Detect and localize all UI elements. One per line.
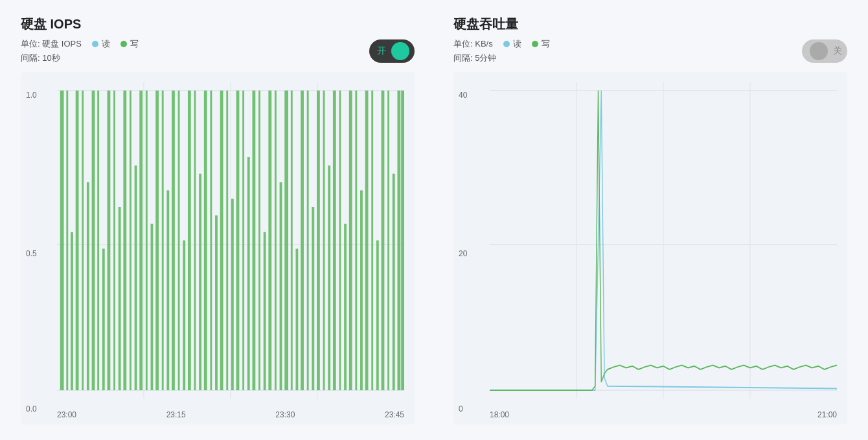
svg-rect-67 — [387, 91, 389, 390]
iops-unit-label: 单位: 硬盘 IOPS — [21, 38, 82, 50]
svg-rect-22 — [146, 91, 148, 390]
iops-y-label-1: 1.0 — [26, 91, 37, 100]
svg-rect-36 — [220, 91, 223, 390]
throughput-toggle-label: 关 — [833, 45, 842, 57]
main-container: 硬盘 IOPS 单位: 硬盘 IOPS 读 写 — [0, 0, 868, 440]
throughput-toggle-knob — [810, 42, 828, 60]
svg-rect-21 — [139, 91, 143, 390]
iops-y-label-3: 0.0 — [26, 404, 37, 413]
svg-rect-44 — [264, 232, 266, 391]
iops-x-label-1: 23:00 — [57, 410, 76, 419]
svg-rect-38 — [231, 199, 234, 390]
iops-write-dot — [120, 41, 127, 47]
svg-rect-10 — [82, 91, 84, 390]
throughput-panel: 硬盘吞吐量 单位: KB/s 读 写 — [453, 16, 847, 424]
iops-x-label-2: 23:15 — [166, 410, 186, 419]
iops-meta-left: 单位: 硬盘 IOPS 读 写 间隔: 10秒 — [21, 38, 139, 64]
iops-title: 硬盘 IOPS — [21, 16, 415, 33]
iops-x-labels: 23:00 23:15 23:30 23:45 — [57, 410, 404, 419]
svg-rect-9 — [76, 91, 79, 390]
throughput-interval-line: 间隔: 5分钟 — [453, 52, 550, 64]
throughput-x-label-2: 21:00 — [817, 410, 837, 419]
iops-toggle[interactable]: 开 — [369, 39, 415, 63]
iops-read-label: 读 — [102, 38, 110, 50]
svg-rect-59 — [344, 224, 347, 390]
iops-unit-line: 单位: 硬盘 IOPS 读 写 — [21, 38, 139, 50]
svg-rect-32 — [199, 174, 201, 391]
throughput-read-label: 读 — [513, 38, 521, 50]
iops-x-label-4: 23:45 — [385, 410, 404, 419]
throughput-write-dot — [532, 41, 538, 47]
throughput-interval-label: 间隔: 5分钟 — [453, 52, 496, 64]
svg-rect-17 — [119, 207, 121, 390]
iops-panel-header: 硬盘 IOPS 单位: 硬盘 IOPS 读 写 — [21, 16, 415, 64]
throughput-write-label: 写 — [542, 38, 550, 50]
svg-rect-66 — [382, 91, 385, 390]
svg-rect-69 — [397, 91, 400, 390]
svg-rect-11 — [87, 182, 89, 390]
svg-rect-52 — [307, 91, 309, 390]
throughput-title: 硬盘吞吐量 — [453, 16, 847, 33]
iops-interval-label: 间隔: 10秒 — [21, 52, 60, 64]
svg-rect-42 — [253, 91, 256, 390]
svg-rect-35 — [215, 215, 218, 390]
svg-rect-41 — [247, 157, 250, 390]
iops-interval-line: 间隔: 10秒 — [21, 52, 139, 64]
iops-meta-row: 单位: 硬盘 IOPS 读 写 间隔: 10秒 — [21, 38, 415, 64]
throughput-meta-left: 单位: KB/s 读 写 间隔: 5分钟 — [453, 38, 550, 64]
throughput-toggle[interactable]: 关 — [802, 39, 847, 63]
svg-rect-24 — [155, 91, 159, 390]
svg-rect-64 — [371, 91, 373, 390]
svg-rect-63 — [365, 91, 369, 390]
svg-rect-51 — [301, 91, 304, 390]
svg-rect-19 — [130, 91, 131, 390]
svg-rect-62 — [360, 190, 363, 390]
throughput-chart-area: 40 20 0 18:00 21:00 — [453, 72, 847, 424]
svg-rect-55 — [323, 91, 325, 390]
iops-y-label-2: 0.5 — [26, 249, 37, 258]
iops-write-label: 写 — [130, 38, 139, 50]
throughput-write-legend: 写 — [532, 38, 550, 50]
svg-rect-65 — [376, 241, 379, 391]
throughput-read-legend: 读 — [503, 38, 521, 50]
svg-rect-28 — [178, 91, 180, 390]
svg-rect-13 — [97, 91, 99, 390]
svg-rect-15 — [108, 91, 111, 390]
svg-rect-29 — [183, 241, 185, 391]
iops-toggle-knob — [391, 42, 409, 60]
svg-rect-31 — [194, 91, 196, 390]
iops-chart-area: 1.0 0.5 0.0 — [21, 72, 415, 424]
svg-rect-23 — [151, 224, 154, 390]
svg-rect-46 — [275, 91, 277, 390]
svg-rect-34 — [210, 91, 212, 390]
iops-panel: 硬盘 IOPS 单位: 硬盘 IOPS 读 写 — [21, 16, 415, 424]
throughput-panel-header: 硬盘吞吐量 单位: KB/s 读 写 — [453, 16, 847, 64]
iops-read-dot — [92, 41, 98, 47]
iops-chart-svg — [57, 82, 404, 399]
iops-toggle-label: 开 — [377, 45, 386, 57]
svg-rect-43 — [258, 91, 260, 390]
svg-rect-18 — [123, 91, 126, 390]
svg-rect-26 — [166, 190, 169, 390]
svg-rect-54 — [317, 91, 320, 390]
svg-rect-40 — [242, 91, 244, 390]
throughput-x-labels: 18:00 21:00 — [490, 410, 837, 419]
svg-rect-48 — [284, 91, 288, 390]
svg-rect-45 — [268, 91, 271, 390]
svg-rect-12 — [92, 91, 95, 390]
throughput-meta-row: 单位: KB/s 读 写 间隔: 5分钟 — [453, 38, 847, 64]
throughput-x-label-1: 18:00 — [490, 410, 509, 419]
iops-x-label-3: 23:30 — [275, 410, 295, 419]
throughput-read-dot — [503, 41, 510, 47]
svg-rect-16 — [113, 91, 115, 390]
svg-rect-53 — [312, 207, 314, 390]
svg-rect-30 — [188, 91, 191, 390]
throughput-y-label-3: 0 — [459, 404, 463, 413]
throughput-y-label-2: 20 — [459, 249, 467, 258]
svg-rect-6 — [60, 91, 64, 390]
svg-rect-39 — [236, 91, 240, 390]
svg-rect-61 — [355, 91, 357, 390]
svg-rect-8 — [71, 232, 73, 391]
throughput-y-label-1: 40 — [459, 91, 467, 100]
svg-rect-33 — [204, 91, 207, 390]
